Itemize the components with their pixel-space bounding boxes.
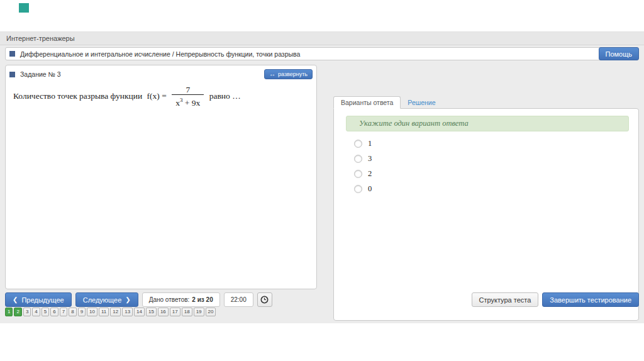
app-title: Интернет-тренажеры [6,35,75,42]
task-panel: Задание № 3 ↔ развернуть Количество точе… [5,65,317,289]
timer-box: 22:00 [224,292,253,307]
radio-button-icon[interactable] [354,170,362,178]
denominator-rest: + 9x [182,98,200,108]
page-number[interactable]: 2 [14,308,21,316]
option-label: 1 [368,139,372,148]
footer-left-group: ❮ Предыдущее Следующее ❯ Дано ответов: 2… [5,292,272,307]
answer-panel: Укажите один вариант ответа 1 3 2 0 [333,108,639,321]
footer-controls: ❮ Предыдущее Следующее ❯ Дано ответов: 2… [5,292,639,307]
breadcrumb: Дифференциальное и интегральное исчислен… [5,47,608,60]
instruction-banner: Укажите один вариант ответа [346,116,629,131]
bullet-square-icon [9,51,15,57]
page-number[interactable]: 1 [5,308,13,316]
fraction: 7 x3 + 9x [172,85,204,108]
page-number[interactable]: 4 [32,308,40,316]
next-button[interactable]: Следующее ❯ [75,292,138,307]
options-list: 1 3 2 0 [354,139,638,194]
denominator-base: x [175,98,180,108]
function-notation: f(x) = [147,91,167,101]
question-pagination: 1 2 3 4 5 6 7 8 9 10 11 12 13 14 15 16 1… [5,308,216,316]
page-number[interactable]: 6 [50,308,58,316]
page-number[interactable]: 5 [42,308,49,316]
chevron-right-icon: ❯ [125,297,130,303]
chevron-left-icon: ❮ [13,297,18,303]
radio-button-icon[interactable] [354,155,362,163]
radio-button-icon[interactable] [354,140,362,148]
breadcrumb-text: Дифференциальное и интегральное исчислен… [20,50,300,58]
page-number[interactable]: 15 [146,308,157,316]
finish-test-button[interactable]: Завершить тестирование [542,292,639,307]
page-number[interactable]: 7 [60,308,67,316]
page-number[interactable]: 20 [206,308,216,316]
page-number[interactable]: 11 [99,308,109,316]
fraction-numerator: 7 [172,85,204,94]
test-structure-button[interactable]: Структура теста [472,292,539,307]
page-number[interactable]: 9 [78,308,86,316]
page-number[interactable]: 19 [194,308,204,316]
task-title-wrap: Задание № 3 [9,70,264,78]
answered-label: Дано ответов: [149,296,190,303]
page-number[interactable]: 13 [122,308,133,316]
task-header: Задание № 3 ↔ развернуть [6,65,316,79]
app-header: Интернет-тренажеры [0,31,644,45]
question-text: Количество точек разрыва функции f(x) = … [13,86,309,109]
help-button[interactable]: Помощь [599,47,640,60]
answered-value: 2 из 20 [192,296,213,303]
tab-solution[interactable]: Решение [401,96,442,109]
page-number[interactable]: 17 [170,308,180,316]
bullet-square-icon [9,72,15,77]
previous-button[interactable]: ❮ Предыдущее [5,292,72,307]
expand-label: развернуть [278,71,308,77]
answer-option[interactable]: 2 [354,169,638,179]
task-title: Задание № 3 [20,70,61,78]
page-number[interactable]: 12 [110,308,121,316]
page: Интернет-тренажеры Дифференциальное и ин… [0,0,644,361]
question-prefix: Количество точек разрыва функции [13,91,142,101]
answer-option[interactable]: 0 [354,184,638,194]
fraction-denominator: x3 + 9x [172,94,204,108]
page-number[interactable]: 16 [158,308,169,316]
timer-value: 22:00 [231,296,247,303]
answered-counter: Дано ответов: 2 из 20 [142,292,220,307]
page-number[interactable]: 10 [87,308,97,316]
radio-button-icon[interactable] [354,185,362,193]
answer-option[interactable]: 3 [354,154,638,164]
page-number[interactable]: 18 [182,308,192,316]
tab-answer-options[interactable]: Варианты ответа [333,96,401,109]
trainer-app: Интернет-тренажеры Дифференциальное и ин… [0,31,644,323]
screen-marker [19,3,29,13]
answer-tabs: Варианты ответа Решение [333,96,443,109]
previous-label: Предыдущее [21,296,64,304]
option-label: 2 [368,169,372,179]
next-label: Следующее [83,296,122,304]
clock-icon [260,296,269,304]
question-suffix: равно … [209,91,241,101]
option-label: 0 [368,184,372,194]
footer-right-group: Структура теста Завершить тестирование [472,292,639,307]
expand-arrows-icon: ↔ [269,71,275,77]
answer-option[interactable]: 1 [354,139,638,148]
page-number[interactable]: 14 [134,308,145,316]
option-label: 3 [368,154,372,164]
clock-toggle-button[interactable] [257,292,272,307]
toolbar: Дифференциальное и интегральное исчислен… [5,47,639,61]
page-number[interactable]: 8 [69,308,76,316]
page-number[interactable]: 3 [23,308,31,316]
expand-button[interactable]: ↔ развернуть [264,69,313,79]
